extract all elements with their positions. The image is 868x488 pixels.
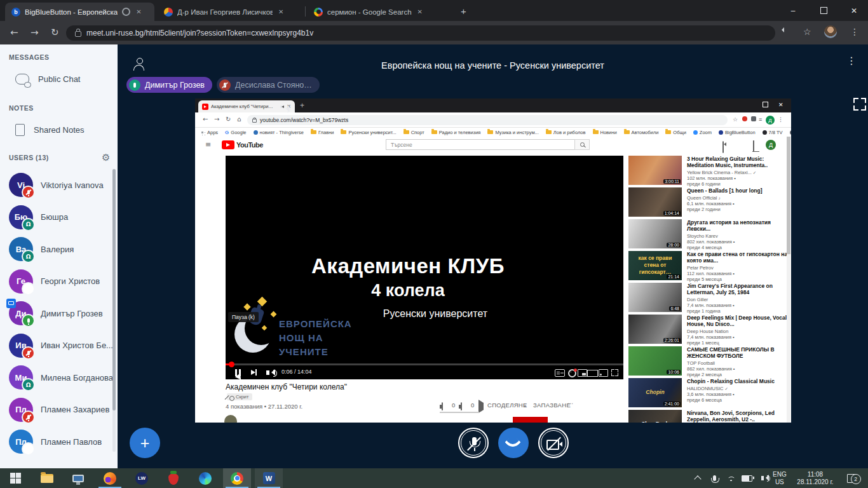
bookmark-star-icon[interactable]: ☆ bbox=[803, 27, 811, 37]
recommended-title[interactable]: Как се прави стена от гипсокартон на коя… bbox=[687, 251, 790, 264]
video-progress-bar[interactable] bbox=[226, 363, 623, 365]
manage-users-gear-icon[interactable]: ⚙ bbox=[102, 152, 110, 163]
user-list-item[interactable]: Ив Ω Иван Христов Бе... bbox=[0, 330, 112, 362]
recommended-title[interactable]: Deep Feelings Mix | Deep House, Vocal Ho… bbox=[687, 315, 790, 327]
cast-icon[interactable] bbox=[599, 369, 608, 377]
user-list-item[interactable]: Ва Ω Валерия bbox=[0, 233, 112, 266]
tray-wifi-icon[interactable] bbox=[723, 468, 738, 488]
presentation-options-menu-icon[interactable]: ⋮ bbox=[846, 55, 857, 67]
clock[interactable]: 11:08 28.11.2020 г. bbox=[792, 468, 838, 488]
talker-pill-active[interactable]: Димитър Грозев bbox=[126, 77, 212, 93]
subtitles-icon[interactable] bbox=[555, 369, 565, 377]
video-thumbnail[interactable]: как се прави стена от гипсокарт… 21:14 bbox=[628, 251, 682, 280]
recommended-title[interactable]: САМЫЕ СМЕШНЫЕ ПРИКОЛЫ В ЖЕНСКОМ ФУТБОЛЕ bbox=[687, 346, 790, 359]
share-label[interactable]: СПОДЕЛЯНЕ bbox=[487, 402, 527, 409]
taskbar-word[interactable]: W bbox=[255, 468, 283, 488]
tab-close-icon[interactable]: ✕ bbox=[136, 8, 141, 15]
recommended-channel[interactable]: Don Giller bbox=[687, 297, 790, 302]
volume-icon[interactable] bbox=[266, 370, 269, 375]
video-thumbnail[interactable]: 28:00 bbox=[628, 219, 682, 248]
leave-audio-button[interactable] bbox=[498, 428, 529, 458]
sidebar-item-public-chat[interactable]: Public Chat bbox=[0, 67, 118, 90]
save-label[interactable]: ЗАПАЗВАНЕ bbox=[533, 402, 571, 409]
taskbar-edge[interactable] bbox=[191, 468, 219, 488]
taskbar-chrome[interactable] bbox=[223, 468, 251, 488]
talker-pill-muted[interactable]: Десислава Стояно… bbox=[217, 77, 320, 93]
language-indicator[interactable]: ENG US bbox=[773, 468, 787, 488]
recommended-title[interactable]: Jim Carrey's First Appearance on Letterm… bbox=[687, 283, 790, 295]
tray-chevron-icon[interactable] bbox=[690, 468, 705, 488]
user-list-item[interactable]: Ди Ω Димитър Грозев bbox=[0, 297, 112, 330]
recommended-video[interactable]: 6:48 Jim Carrey's First Appearance on Le… bbox=[628, 283, 791, 315]
start-button[interactable] bbox=[1, 468, 29, 488]
taskbar-remote-desktop[interactable] bbox=[64, 468, 92, 488]
video-thumbnail[interactable]: Slow Rock bbox=[628, 410, 682, 423]
recommended-video[interactable]: 1:04:14 Queen - Ballads [1 hour long] Qu… bbox=[628, 187, 791, 219]
recommended-title[interactable]: 3 Hour Relaxing Guitar Music: Meditation… bbox=[687, 156, 790, 168]
sidebar-item-shared-notes[interactable]: Shared Notes bbox=[0, 118, 118, 141]
webcam-toggle-button[interactable] bbox=[538, 428, 569, 458]
tray-volume-icon[interactable] bbox=[755, 468, 770, 488]
share-icon[interactable] bbox=[478, 403, 487, 410]
player-settings-icon[interactable] bbox=[568, 369, 576, 377]
recommended-channel[interactable]: TOP Football bbox=[687, 360, 790, 366]
recommended-channel[interactable]: HALIDONMUSIC✓ bbox=[687, 386, 790, 391]
dislike-icon[interactable] bbox=[461, 403, 462, 410]
page-scrollbar-thumb[interactable] bbox=[787, 137, 790, 254]
user-list-item[interactable]: Ге Ω Георги Христов bbox=[0, 266, 112, 298]
tab-close-icon[interactable]: ✕ bbox=[278, 8, 283, 15]
window-close-button[interactable]: ✕ bbox=[840, 0, 868, 21]
user-list-item[interactable]: Пл Ω Пламен Павлов bbox=[0, 426, 112, 458]
recommended-channel[interactable]: Deep House Nation bbox=[687, 329, 790, 334]
browser-tab-lisichkov[interactable]: Д-р Иван Георгиев Лисичков - ✕ bbox=[158, 3, 302, 21]
user-list-item[interactable]: Бю Ω Бюшра bbox=[0, 201, 112, 234]
tray-microphone-icon[interactable] bbox=[707, 468, 722, 488]
new-tab-button[interactable]: + bbox=[461, 6, 466, 17]
tray-battery-icon[interactable] bbox=[739, 468, 754, 488]
browser-menu-icon[interactable]: ⋮ bbox=[850, 27, 859, 37]
video-thumbnail[interactable]: Chopin 2:41:00 bbox=[628, 378, 682, 407]
recommended-video[interactable]: 2:26:01 Deep Feelings Mix | Deep House, … bbox=[628, 315, 791, 346]
video-player[interactable]: Академичен КЛУБ 4 колела Русенски универ… bbox=[226, 156, 623, 379]
tab-close-icon[interactable]: ✕ bbox=[417, 8, 423, 15]
recommended-channel[interactable]: Yellow Brick Cinema - Relaxi...✓ bbox=[687, 170, 790, 175]
recommended-channel[interactable]: Petar Petrov bbox=[687, 265, 790, 271]
recommended-title[interactable]: Другата история за непознатия Левски... bbox=[687, 219, 790, 232]
profile-avatar[interactable] bbox=[824, 25, 837, 38]
video-thumbnail[interactable]: 6:48 bbox=[628, 283, 682, 312]
recommended-title[interactable]: Nirvana, Bon Jovi, Scorpions, Led Zeppel… bbox=[687, 410, 790, 423]
recommended-title[interactable]: Chopin - Relaxing Classical Music bbox=[687, 378, 790, 384]
video-thumbnail[interactable]: 2:26:01 bbox=[628, 315, 682, 344]
channel-avatar[interactable] bbox=[224, 415, 237, 423]
window-minimize-button[interactable]: – bbox=[779, 0, 807, 21]
theater-mode-icon[interactable] bbox=[587, 370, 598, 377]
video-thumbnail[interactable]: 10:06 bbox=[628, 346, 682, 376]
recommended-video[interactable]: как се прави стена от гипсокарт… 21:14 К… bbox=[628, 251, 791, 283]
recommended-title[interactable]: Queen - Ballads [1 hour long] bbox=[687, 187, 790, 194]
back-button[interactable]: ← bbox=[10, 27, 18, 38]
window-restore-button[interactable] bbox=[810, 0, 837, 21]
recommended-video[interactable]: 10:06 САМЫЕ СМЕШНЫЕ ПРИКОЛЫ В ЖЕНСКОМ ФУ… bbox=[628, 346, 791, 378]
recommended-video[interactable]: 3:00:11 3 Hour Relaxing Guitar Music: Me… bbox=[628, 156, 791, 187]
userlist-scrollbar-thumb[interactable] bbox=[112, 169, 116, 410]
recommended-video[interactable]: 28:00 Другата история за непознатия Левс… bbox=[628, 219, 791, 251]
browser-tab-bigbluebutton[interactable]: b BigBlueButton - Европейска ✕ bbox=[5, 3, 154, 21]
mute-toggle-button[interactable] bbox=[458, 428, 489, 458]
recommended-video[interactable]: Chopin 2:41:00 Chopin - Relaxing Classic… bbox=[628, 378, 791, 410]
notification-center-icon[interactable]: 2 bbox=[844, 468, 859, 488]
browser-tab-google-search[interactable]: сермион - Google Search ✕ bbox=[308, 3, 454, 21]
more-actions-icon[interactable]: ⋯ bbox=[567, 400, 574, 407]
taskbar-lw-app[interactable]: LW bbox=[128, 468, 156, 488]
miniplayer-icon[interactable] bbox=[578, 369, 587, 377]
user-list-item[interactable]: Vi Ω Viktoriya Ivanova bbox=[0, 169, 112, 201]
user-list-item[interactable]: Пл Ω Пламен Захариев bbox=[0, 394, 112, 426]
like-icon[interactable] bbox=[442, 403, 443, 410]
recommended-channel[interactable]: Stoycho Karev bbox=[687, 233, 790, 239]
player-fullscreen-icon[interactable] bbox=[611, 369, 618, 376]
fullscreen-button[interactable] bbox=[853, 98, 866, 111]
actions-plus-button[interactable]: + bbox=[130, 428, 160, 458]
taskbar-strawberry-app[interactable] bbox=[159, 468, 187, 488]
user-list-item[interactable]: Ми Ω Милена Богданова bbox=[0, 362, 112, 394]
address-bar[interactable]: meet.uni-ruse.bg/html5client/join?sessio… bbox=[66, 25, 775, 41]
taskbar-file-explorer[interactable] bbox=[33, 468, 61, 488]
